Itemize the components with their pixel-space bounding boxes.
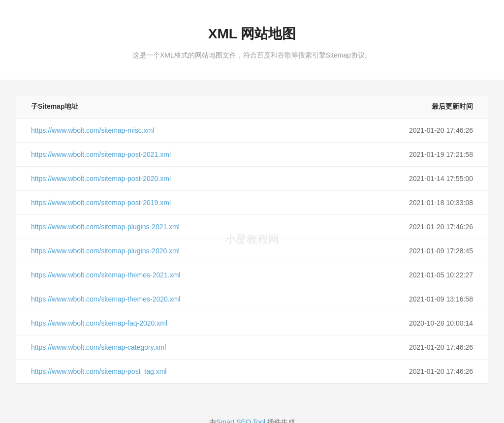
col2-header: 最后更新时间: [432, 102, 473, 111]
page-header: XML 网站地图 这是一个XML格式的网站地图文件，符合百度和谷歌等搜索引擎Si…: [0, 0, 504, 80]
table-row: https://www.wbolt.com/sitemap-post_tag.x…: [16, 360, 488, 383]
sitemap-url-link[interactable]: https://www.wbolt.com/sitemap-misc.xml: [31, 126, 155, 134]
last-modified-date: 2021-01-09 13:16:58: [409, 295, 473, 303]
last-modified-date: 2021-01-14 17:55:00: [409, 175, 473, 182]
sitemap-url-link[interactable]: https://www.wbolt.com/sitemap-post-2019.…: [31, 199, 171, 207]
sitemap-url-link[interactable]: https://www.wbolt.com/sitemap-themes-202…: [31, 295, 180, 303]
last-modified-date: 2021-01-19 17:21:58: [409, 151, 473, 158]
table-body: https://www.wbolt.com/sitemap-misc.xml20…: [16, 119, 488, 383]
page-subtitle: 这是一个XML格式的网站地图文件，符合百度和谷歌等搜索引擎Sitemap协议。: [10, 51, 494, 60]
smart-seo-tool-link[interactable]: Smart SEO Tool: [216, 418, 265, 423]
sitemap-url-link[interactable]: https://www.wbolt.com/sitemap-plugins-20…: [31, 247, 180, 255]
main-wrapper: 子Sitemap地址 最后更新时间 https://www.wbolt.com/…: [0, 95, 504, 384]
table-row: https://www.wbolt.com/sitemap-plugins-20…: [16, 239, 488, 263]
last-modified-date: 2021-01-05 10:22:27: [409, 271, 473, 279]
last-modified-date: 2021-01-20 17:46:26: [409, 343, 473, 351]
last-modified-date: 2020-10-28 10:00:14: [409, 319, 473, 327]
table-row: https://www.wbolt.com/sitemap-post-2021.…: [16, 143, 488, 167]
table-header: 子Sitemap地址 最后更新时间: [16, 95, 488, 119]
table-row: https://www.wbolt.com/sitemap-category.x…: [16, 335, 488, 360]
last-modified-date: 2021-01-20 17:46:26: [409, 367, 473, 375]
last-modified-date: 2021-01-18 10:33:08: [409, 199, 473, 207]
page-title: XML 网站地图: [10, 25, 494, 43]
table-row: https://www.wbolt.com/sitemap-themes-202…: [16, 263, 488, 287]
sitemap-url-link[interactable]: https://www.wbolt.com/sitemap-category.x…: [31, 343, 166, 351]
col1-header: 子Sitemap地址: [31, 102, 78, 111]
table-row: https://www.wbolt.com/sitemap-plugins-20…: [16, 215, 488, 239]
sitemap-url-link[interactable]: https://www.wbolt.com/sitemap-post_tag.x…: [31, 367, 166, 375]
last-modified-date: 2021-01-20 17:46:26: [409, 223, 473, 231]
sitemap-url-link[interactable]: https://www.wbolt.com/sitemap-faq-2020.x…: [31, 319, 167, 327]
sitemap-url-link[interactable]: https://www.wbolt.com/sitemap-themes-202…: [31, 271, 180, 279]
table-row: https://www.wbolt.com/sitemap-post-2020.…: [16, 167, 488, 191]
page-footer: 由Smart SEO Tool 插件生成: [0, 398, 504, 423]
last-modified-date: 2021-01-20 17:46:26: [409, 126, 473, 134]
footer-suffix: 插件生成: [265, 418, 295, 423]
sitemap-url-link[interactable]: https://www.wbolt.com/sitemap-post-2020.…: [31, 175, 171, 182]
last-modified-date: 2021-01-09 17:28:45: [409, 247, 473, 255]
table-row: https://www.wbolt.com/sitemap-post-2019.…: [16, 191, 488, 215]
sitemap-table: 子Sitemap地址 最后更新时间 https://www.wbolt.com/…: [16, 95, 488, 384]
table-row: https://www.wbolt.com/sitemap-themes-202…: [16, 287, 488, 311]
footer-prefix: 由: [209, 418, 216, 423]
sitemap-url-link[interactable]: https://www.wbolt.com/sitemap-post-2021.…: [31, 151, 171, 158]
table-row: https://www.wbolt.com/sitemap-faq-2020.x…: [16, 311, 488, 335]
table-row: https://www.wbolt.com/sitemap-misc.xml20…: [16, 119, 488, 143]
sitemap-url-link[interactable]: https://www.wbolt.com/sitemap-plugins-20…: [31, 223, 180, 231]
